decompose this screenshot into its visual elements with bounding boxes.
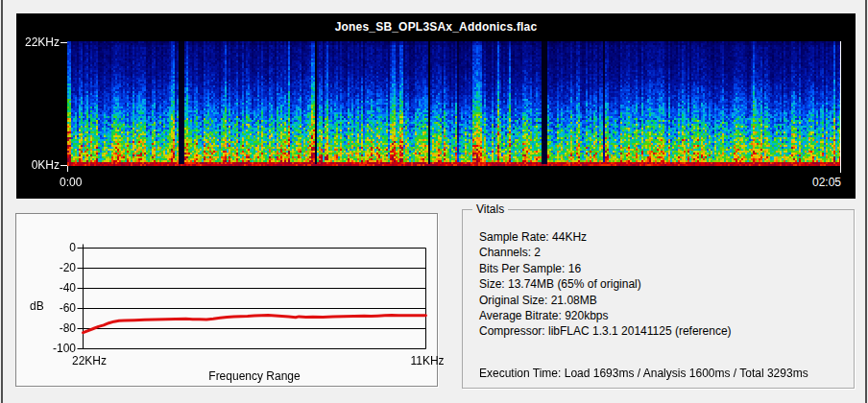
ytick-40: -40 [30, 281, 76, 295]
freq-axis-label-bottom: 0KHz [16, 158, 60, 172]
frequency-range-panel: 0 -20 -40 -60 -80 -100 dB 22KHz 11KHz Fr… [15, 213, 438, 387]
window-border-right [865, 0, 867, 403]
x-axis-title: Frequency Range [83, 369, 426, 383]
vitals-lines: Sample Rate: 44KHz Channels: 2 Bits Per … [479, 229, 732, 340]
xtick-22khz: 22KHz [59, 354, 120, 367]
freq-axis-label-top: 22KHz [16, 36, 60, 49]
vitals-sample-rate: Sample Rate: 44KHz [479, 229, 732, 245]
time-label-start: 0:00 [60, 176, 82, 189]
vitals-groupbox: Vitals Sample Rate: 44KHz Channels: 2 Bi… [462, 209, 855, 389]
spectrogram-time-start-tick [67, 166, 68, 172]
vitals-bits: Bits Per Sample: 16 [479, 261, 732, 276]
vitals-channels: Channels: 2 [479, 245, 732, 260]
ytick-0: 0 [30, 241, 76, 254]
freq-axis-top-tick [60, 42, 67, 43]
execution-time: Execution Time: Load 1693ms / Analysis 1… [479, 367, 808, 380]
spectrogram-right-axis-line [840, 41, 841, 173]
vitals-original-size: Original Size: 21.08MB [479, 293, 732, 308]
ytick-20: -20 [30, 261, 76, 274]
spectrogram-canvas [67, 41, 840, 166]
ytick-100: -100 [30, 342, 76, 355]
y-axis-title: dB [30, 299, 55, 313]
vitals-legend: Vitals [472, 202, 508, 216]
ytick-80: -80 [30, 321, 76, 335]
spectrogram-panel: Jones_SB_OPL3SAx_Addonics.flac 22KHz 0KH… [16, 13, 856, 199]
vitals-compressor: Compressor: libFLAC 1.3.1 20141125 (refe… [479, 323, 732, 339]
xtick-11khz: 11KHz [397, 354, 458, 367]
spectro-app-window: Jones_SB_OPL3SAx_Addonics.flac 22KHz 0KH… [0, 0, 868, 403]
window-border-left [1, 0, 3, 403]
vitals-bitrate: Average Bitrate: 920kbps [479, 308, 732, 323]
vitals-size: Size: 13.74MB (65% of original) [479, 276, 732, 292]
freq-axis-bottom-tick [60, 165, 67, 166]
spectrogram-title: Jones_SB_OPL3SAx_Addonics.flac [16, 20, 856, 34]
time-label-end: 02:05 [784, 176, 841, 189]
